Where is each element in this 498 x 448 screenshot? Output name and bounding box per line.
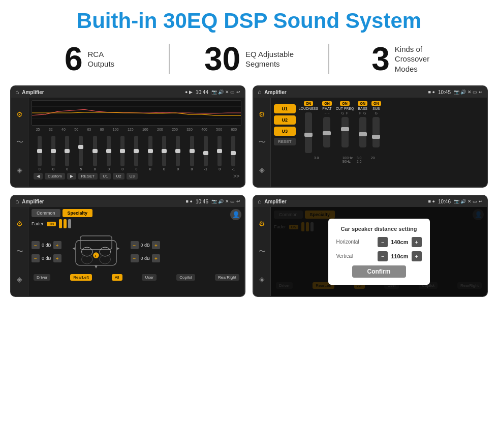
cutfreq-on[interactable]: ON — [340, 101, 350, 106]
eq-thumb-8[interactable] — [134, 149, 139, 153]
u2-btn-s1[interactable]: U2 — [113, 173, 124, 180]
phat-ctrl: ON PHAT ~ ~ — [322, 101, 332, 154]
rearleft-btn[interactable]: RearLeft — [70, 274, 92, 281]
eq-thumb-6[interactable] — [106, 149, 111, 153]
eq-thumb-9[interactable] — [148, 149, 153, 153]
eq-thumb-15[interactable] — [231, 151, 236, 155]
left-bot-minus[interactable]: − — [32, 254, 40, 262]
u2-preset-btn[interactable]: U2 — [274, 115, 296, 125]
screen2-app-name: Amplifier — [264, 89, 425, 95]
common-tab-s3[interactable]: Common — [32, 209, 60, 217]
horizontal-minus[interactable]: − — [378, 237, 388, 247]
sidebar-speaker-icon-s2[interactable]: ◈ — [259, 166, 265, 174]
loudness-slider[interactable] — [305, 112, 312, 153]
right-bot-plus[interactable]: + — [152, 254, 160, 262]
eq-thumb-10[interactable] — [162, 149, 167, 153]
bass-on[interactable]: ON — [358, 101, 367, 106]
dialog-title: Car speaker distance setting — [336, 226, 422, 232]
next-preset-btn[interactable]: ▶ — [67, 173, 76, 180]
loudness-thumb[interactable] — [304, 133, 313, 137]
car-svg: + — [66, 231, 127, 272]
stat-divider-2 — [328, 44, 329, 74]
speaker-area: − 0 dB + − 0 dB + — [32, 231, 241, 272]
horizontal-plus[interactable]: + — [412, 237, 422, 247]
preset-label[interactable]: Custom — [45, 173, 65, 180]
more-icon[interactable]: >> — [233, 173, 239, 179]
user-btn[interactable]: User — [142, 274, 157, 281]
all-btn[interactable]: All — [112, 274, 122, 281]
screen2-status-bar: ⌂ Amplifier ■ ● 10:45 📷 🔊 ✕ ▭ ↩ — [254, 86, 487, 98]
fader-bar-1 — [59, 219, 62, 228]
screen4-content: Common Specialty 👤 Fader ON — [271, 207, 487, 296]
home-icon-s2[interactable]: ⌂ — [258, 88, 261, 96]
screen2-body: ⚙ 〜 ◈ U1 U2 U3 RESET — [254, 98, 487, 187]
right-top-minus[interactable]: − — [131, 241, 139, 249]
bass-thumb[interactable] — [359, 132, 367, 136]
eq-thumb-14[interactable] — [217, 149, 222, 153]
bass-slider[interactable] — [359, 117, 366, 147]
vertical-label: Vertical — [336, 253, 353, 259]
eq-thumb-7[interactable] — [120, 149, 125, 153]
eq-thumb-1[interactable] — [37, 149, 42, 153]
sidebar-wave-icon[interactable]: 〜 — [16, 138, 23, 147]
loudness-on[interactable]: ON — [304, 101, 314, 106]
home-icon-s3[interactable]: ⌂ — [15, 198, 19, 205]
sidebar-wave-icon-s2[interactable]: 〜 — [259, 138, 266, 147]
eq-thumb-12[interactable] — [190, 149, 195, 153]
sidebar-eq-icon-s3[interactable]: ⚙ — [16, 220, 23, 228]
specialty-tab-s3[interactable]: Specialty — [63, 209, 93, 217]
left-bot-plus[interactable]: + — [53, 254, 61, 262]
rearright-btn[interactable]: RearRight — [215, 274, 239, 281]
u1-btn-s1[interactable]: U1 — [100, 173, 111, 180]
u3-preset-btn[interactable]: U3 — [274, 127, 296, 136]
reset-btn-s2[interactable]: RESET — [274, 138, 296, 145]
copilot-btn[interactable]: Copilot — [176, 274, 195, 281]
sub-slider[interactable] — [372, 117, 380, 147]
sidebar-eq-icon[interactable]: ⚙ — [16, 110, 23, 118]
screen4-dialog: ⌂ Amplifier ■ ● 10:46 📷 🔊 ✕ ▭ ↩ ⚙ 〜 ◈ Co… — [253, 195, 488, 297]
u3-btn-s1[interactable]: U3 — [127, 173, 138, 180]
cutfreq-slider1[interactable] — [341, 117, 349, 147]
sidebar-speaker-icon-s3[interactable]: ◈ — [17, 275, 22, 283]
sub-thumb[interactable] — [372, 135, 380, 139]
right-top-plus[interactable]: + — [152, 241, 160, 249]
vertical-minus[interactable]: − — [378, 251, 388, 261]
screen3-status-icons: 📷 🔊 ✕ ▭ ↩ — [211, 199, 240, 204]
reset-btn-s1[interactable]: RESET — [78, 173, 98, 180]
eq-thumb-13[interactable] — [203, 151, 208, 155]
avatar-btn-s3[interactable]: 👤 — [230, 209, 241, 220]
fader-on-badge[interactable]: ON — [47, 222, 56, 226]
phat-thumb[interactable] — [323, 131, 331, 135]
vertical-plus[interactable]: + — [412, 251, 422, 261]
sidebar-eq-icon-s4[interactable]: ⚙ — [259, 220, 265, 228]
left-top-plus[interactable]: + — [53, 241, 61, 249]
home-icon-s1[interactable]: ⌂ — [15, 88, 19, 96]
sidebar-speaker-icon-s4[interactable]: ◈ — [259, 275, 265, 283]
right-db-controls: − 0 dB + − 0 dB + — [131, 241, 161, 262]
driver-btn[interactable]: Driver — [34, 274, 50, 281]
home-icon-s4[interactable]: ⌂ — [258, 198, 261, 205]
sidebar-wave-icon-s4[interactable]: 〜 — [259, 247, 266, 256]
left-top-minus[interactable]: − — [32, 241, 40, 249]
right-top-db: 0 dB — [141, 243, 150, 248]
sidebar-wave-icon-s3[interactable]: 〜 — [16, 247, 23, 256]
sub-on[interactable]: ON — [371, 101, 381, 106]
right-bot-minus[interactable]: − — [131, 254, 139, 262]
eq-thumb-4[interactable] — [78, 145, 83, 149]
phat-slider[interactable] — [323, 117, 330, 147]
eq-thumb-3[interactable] — [65, 149, 70, 153]
eq-thumb-2[interactable] — [51, 149, 56, 153]
screen1-dot-icons: ● ▶ — [185, 89, 193, 95]
eq-thumb-5[interactable] — [92, 149, 98, 153]
cutfreq-thumb1[interactable] — [341, 127, 349, 131]
screen2-time: 10:45 — [438, 89, 451, 95]
sidebar-eq-icon-s2[interactable]: ⚙ — [259, 110, 265, 118]
sub-ctrl: ON SUB G — [371, 101, 381, 154]
sidebar-speaker-icon[interactable]: ◈ — [17, 166, 22, 174]
eq-thumb-11[interactable] — [175, 149, 180, 153]
phat-on[interactable]: ON — [322, 101, 332, 106]
u1-preset-btn[interactable]: U1 — [274, 104, 296, 113]
confirm-button[interactable]: Confirm — [352, 265, 406, 278]
left-db-controls: − 0 dB + − 0 dB + — [32, 241, 61, 262]
prev-preset-btn[interactable]: ◀ — [34, 173, 43, 180]
